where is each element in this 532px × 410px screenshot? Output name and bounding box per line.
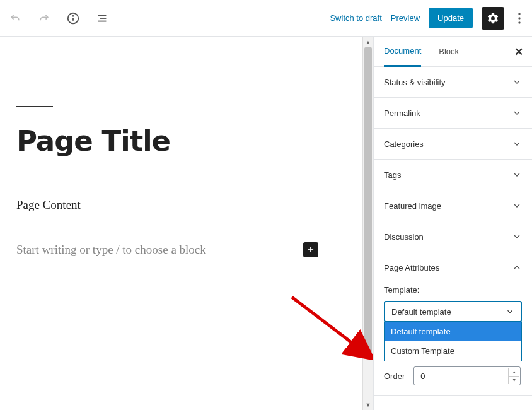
chevron-down-icon — [512, 231, 522, 242]
chevron-down-icon — [512, 201, 522, 211]
close-sidebar-icon[interactable]: ✕ — [514, 45, 523, 59]
toolbar-right-group: Switch to draft Preview Update — [330, 7, 526, 30]
chevron-down-icon — [512, 108, 522, 118]
svg-point-8 — [518, 21, 520, 23]
info-icon[interactable] — [64, 9, 82, 27]
chevron-down-icon — [512, 77, 522, 87]
outline-icon[interactable] — [93, 9, 111, 27]
scrollbar-up-icon[interactable]: ▲ — [363, 37, 373, 47]
order-input[interactable]: 0 ▲ ▼ — [413, 366, 521, 385]
more-options-icon[interactable] — [513, 13, 526, 24]
panel-discussion[interactable]: Discussion — [374, 221, 532, 252]
toolbar-left-group — [6, 9, 111, 27]
tab-block[interactable]: Block — [439, 37, 459, 67]
panel-page-attributes: Page Attributes Template: Default templa… — [374, 252, 532, 396]
editor-scrollbar[interactable]: ▲ ▼ — [362, 37, 373, 410]
update-button[interactable]: Update — [429, 8, 473, 28]
svg-point-2 — [73, 15, 74, 16]
undo-icon[interactable] — [6, 9, 24, 27]
chevron-down-icon — [512, 139, 522, 149]
stepper-up-icon[interactable]: ▲ — [509, 368, 519, 377]
order-label: Order — [384, 372, 405, 381]
editor-area: Page Title Page Content Start writing or… — [0, 37, 373, 410]
template-select[interactable]: Default template — [384, 301, 522, 322]
svg-point-6 — [518, 13, 520, 15]
template-dropdown: Default template Custom Template — [384, 322, 522, 361]
panel-featured-image[interactable]: Featured image — [374, 190, 532, 221]
top-toolbar: Switch to draft Preview Update — [0, 0, 532, 37]
panel-permalink[interactable]: Permalink — [374, 98, 532, 129]
panel-categories[interactable]: Categories — [374, 129, 532, 160]
template-option-default[interactable]: Default template — [385, 322, 521, 341]
tab-document[interactable]: Document — [384, 37, 421, 67]
chevron-down-icon — [512, 170, 522, 180]
switch-to-draft-button[interactable]: Switch to draft — [330, 13, 381, 23]
title-divider — [16, 106, 53, 107]
order-value: 0 — [420, 372, 425, 381]
chevron-down-icon — [506, 307, 514, 316]
panel-page-attributes-toggle[interactable]: Page Attributes — [384, 262, 522, 272]
template-selected-value: Default template — [391, 307, 451, 317]
scrollbar-down-icon[interactable]: ▼ — [363, 399, 373, 410]
sidebar-tabs: Document Block ✕ — [374, 37, 532, 67]
settings-sidebar: Document Block ✕ Status & visibility Per… — [373, 37, 532, 410]
settings-button[interactable] — [482, 7, 504, 30]
page-title[interactable]: Page Title — [16, 124, 344, 158]
add-block-button[interactable] — [303, 242, 318, 257]
panel-status-visibility[interactable]: Status & visibility — [374, 67, 532, 98]
template-option-custom[interactable]: Custom Template — [385, 341, 521, 361]
template-label: Template: — [384, 285, 522, 295]
order-stepper: ▲ ▼ — [508, 368, 519, 384]
redo-icon[interactable] — [35, 9, 53, 27]
new-block-placeholder[interactable]: Start writing or type / to choose a bloc… — [16, 243, 206, 257]
chevron-up-icon — [512, 262, 522, 272]
stepper-down-icon[interactable]: ▼ — [509, 377, 519, 385]
panel-tags[interactable]: Tags — [374, 160, 532, 190]
page-content-block[interactable]: Page Content — [16, 198, 344, 212]
scrollbar-thumb[interactable] — [364, 47, 372, 353]
preview-button[interactable]: Preview — [391, 13, 420, 23]
svg-point-7 — [518, 17, 520, 19]
